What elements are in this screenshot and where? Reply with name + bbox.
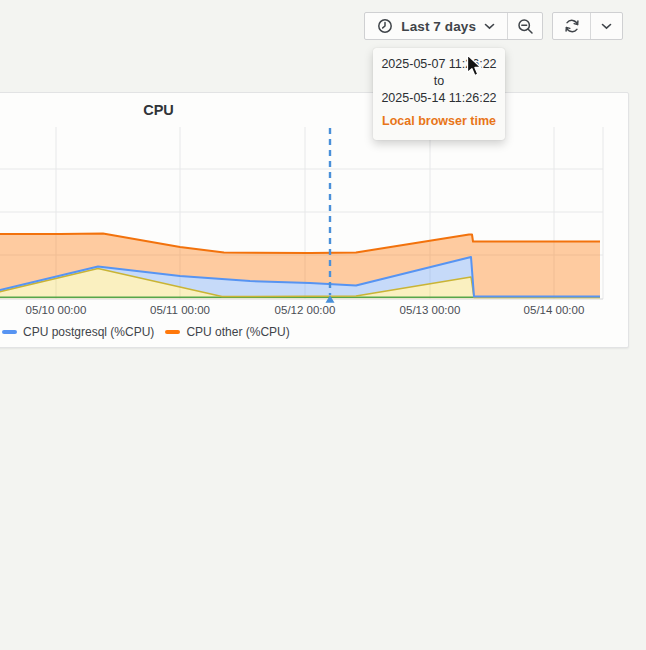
refresh-button[interactable] [553,13,590,39]
tooltip-to-datetime: 2025-05-14 11:26:22 [373,90,505,107]
chevron-down-icon [601,23,612,30]
x-tick-label: 05/12 00:00 [260,304,350,316]
tooltip-from-datetime: 2025-05-07 11:26:22 [373,56,505,73]
refresh-icon [564,18,580,34]
x-tick-label: 05/13 00:00 [385,304,475,316]
time-range-label: Last 7 days [401,19,476,34]
legend-series-marker [165,330,180,334]
legend-series-label: CPU postgresql (%CPU) [23,325,154,339]
chart-legend: CPU postgresql (%CPU)CPU other (%CPU) [2,325,290,339]
chevron-down-icon [484,23,495,30]
zoom-out-icon [517,18,534,35]
refresh-group [552,12,623,40]
legend-series-marker [2,330,17,334]
legend-item[interactable]: CPU postgresql (%CPU) [2,325,154,339]
time-range-picker-button[interactable]: Last 7 days [365,13,507,39]
clock-icon [377,18,393,34]
zoom-out-button[interactable] [507,13,542,39]
mouse-cursor [466,54,483,81]
x-tick-label: 05/10 00:00 [11,304,101,316]
legend-item[interactable]: CPU other (%CPU) [165,325,289,339]
time-range-tooltip: 2025-05-07 11:26:22 to 2025-05-14 11:26:… [373,48,505,140]
x-tick-label: 05/14 00:00 [509,304,599,316]
refresh-interval-dropdown-button[interactable] [590,13,622,39]
tooltip-timezone-note: Local browser time [373,114,505,128]
tooltip-separator: to [373,73,505,90]
time-range-toolbar: Last 7 days [364,12,623,40]
x-tick-label: 05/11 00:00 [135,304,225,316]
dashboard-page: Last 7 days [0,0,646,650]
time-picker-group: Last 7 days [364,12,543,40]
legend-series-label: CPU other (%CPU) [186,325,289,339]
